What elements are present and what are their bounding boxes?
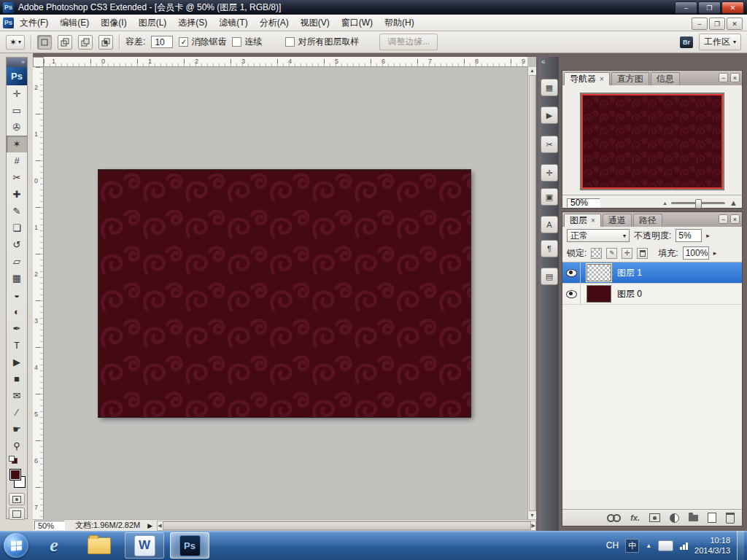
quick-mask-button[interactable] [9, 493, 25, 505]
notes-tool[interactable]: ✉ [7, 387, 27, 404]
anti-alias-option[interactable]: ✓ 消除锯齿 [179, 36, 226, 48]
clock[interactable]: 10:18 2014/3/13 [694, 535, 730, 556]
panel-minimize-icon[interactable]: − [719, 73, 728, 82]
visibility-toggle[interactable] [562, 284, 581, 304]
lock-transparency-icon[interactable] [591, 248, 602, 259]
menu-image[interactable]: 图像(I) [95, 15, 132, 31]
scroll-down-icon[interactable]: ▼ [530, 512, 535, 519]
sample-all-layers-checkbox[interactable] [285, 37, 295, 47]
sample-all-layers-option[interactable]: 对所有图层取样 [285, 36, 359, 48]
magic-wand-tool[interactable]: ✶ [7, 136, 27, 152]
layer-thumbnail[interactable] [587, 264, 611, 281]
tab-histogram[interactable]: 直方图 [611, 72, 649, 85]
menu-select[interactable]: 选择(S) [172, 15, 213, 31]
layer-thumbnail[interactable] [587, 285, 611, 303]
rectangular-marquee-tool[interactable]: ▭ [7, 102, 27, 119]
scroll-right-icon[interactable]: ▶ [532, 522, 535, 529]
blend-mode-select[interactable]: 正常 ▾ [567, 229, 630, 242]
horizontal-scrollbar[interactable]: ◀ ▶ [157, 521, 536, 531]
lasso-tool[interactable]: ✇ [7, 119, 27, 136]
keyboard-icon[interactable] [658, 540, 673, 551]
layer-name[interactable]: 图层 1 [617, 267, 642, 279]
show-desktop-button[interactable] [737, 531, 744, 560]
link-layers-icon[interactable] [607, 514, 621, 522]
blur-tool[interactable]: ◒ [7, 287, 27, 303]
crop-tool[interactable]: # [7, 152, 27, 169]
panel-minimize-icon[interactable]: − [719, 214, 728, 224]
path-selection-tool[interactable]: ▶ [7, 354, 27, 370]
slider-thumb[interactable] [695, 199, 702, 209]
menu-file[interactable]: 文件(F) [14, 15, 54, 31]
foreground-color-swatch[interactable] [9, 469, 21, 481]
layer-row-layer0[interactable]: 图层 0 [562, 284, 742, 305]
lock-all-icon[interactable] [637, 248, 648, 259]
hand-tool[interactable]: ☛ [7, 421, 27, 438]
workspace-button[interactable]: 工作区 ▾ [699, 34, 741, 50]
new-group-icon[interactable] [689, 515, 698, 521]
panel-close-icon[interactable]: × [730, 214, 740, 224]
lock-position-icon[interactable]: ✛ [622, 248, 632, 259]
fill-field[interactable]: 100% [683, 246, 709, 260]
history-brush-tool[interactable]: ↺ [7, 236, 27, 253]
fill-slider-icon[interactable]: ▸ [713, 249, 717, 257]
canvas[interactable] [44, 67, 527, 519]
tab-info[interactable]: 信息 [651, 72, 680, 85]
menu-view[interactable]: 视图(V) [295, 15, 336, 31]
start-button[interactable] [4, 533, 28, 558]
language-indicator[interactable]: CH [606, 540, 619, 551]
clone-stamp-tool[interactable]: ❏ [7, 219, 27, 236]
tool-preset-picker[interactable]: ✶ ▾ [6, 35, 25, 50]
opacity-slider-icon[interactable]: ▸ [706, 232, 710, 239]
close-icon[interactable]: × [591, 217, 595, 225]
paragraph-panel-icon[interactable]: ¶ [541, 240, 558, 257]
zoom-in-icon[interactable]: ▲ [729, 198, 738, 207]
zoom-field[interactable]: 50% [34, 521, 65, 530]
healing-brush-tool[interactable]: ✚ [7, 186, 27, 203]
default-colors-icon[interactable] [9, 456, 27, 463]
scroll-left-icon[interactable]: ◀ [158, 522, 161, 529]
navigator-zoom-slider[interactable] [671, 202, 726, 204]
close-icon[interactable]: × [600, 75, 604, 83]
swatches-panel-icon[interactable]: ▦ [541, 79, 558, 96]
actions-panel-icon[interactable]: ▶ [541, 106, 558, 124]
refine-edge-button[interactable]: 调整边缘... [379, 34, 438, 50]
layer-name[interactable]: 图层 0 [617, 288, 642, 300]
subtract-from-selection-button[interactable] [78, 35, 93, 50]
delete-layer-icon[interactable] [726, 513, 735, 524]
lock-pixels-icon[interactable]: ✎ [606, 248, 617, 259]
shape-tool[interactable]: ■ [7, 370, 27, 387]
dock-expand-button[interactable]: « [538, 57, 559, 67]
menu-analysis[interactable]: 分析(A) [254, 15, 295, 31]
layer-style-icon[interactable]: fx. [630, 513, 640, 522]
layer-row-layer1[interactable]: 图层 1 [562, 262, 742, 284]
tool-presets-panel-icon[interactable]: ✛ [541, 164, 558, 182]
contiguous-checkbox[interactable] [232, 37, 241, 47]
navigator-preview[interactable] [580, 93, 724, 190]
menu-edit[interactable]: 编辑(E) [54, 15, 95, 31]
doc-close-button[interactable]: ✕ [727, 18, 743, 30]
document-image[interactable] [98, 170, 471, 417]
tolerance-input[interactable]: 10 [151, 36, 173, 48]
menu-help[interactable]: 帮助(H) [379, 15, 420, 31]
brush-tool[interactable]: ✎ [7, 203, 27, 219]
add-layer-mask-icon[interactable] [649, 513, 660, 522]
taskbar-photoshop-button[interactable]: Ps [170, 532, 209, 559]
taskbar-word-button[interactable]: W [125, 532, 164, 559]
eyedropper-tool[interactable]: ∕ [7, 404, 27, 421]
network-icon[interactable] [680, 541, 688, 550]
screen-mode-button[interactable] [9, 508, 25, 520]
pen-tool[interactable]: ✒ [7, 320, 27, 337]
tab-navigator[interactable]: 导航器 × [564, 72, 610, 85]
tab-channels[interactable]: 通道 [603, 214, 632, 227]
panel-close-icon[interactable]: × [730, 73, 740, 82]
vertical-scrollbar[interactable]: ▲ ▼ [527, 67, 536, 519]
tab-layers[interactable]: 图层 × [564, 214, 601, 227]
bridge-icon[interactable]: Br [680, 36, 693, 48]
visibility-toggle[interactable] [562, 262, 581, 283]
new-layer-icon[interactable] [708, 513, 716, 523]
taskbar-ie-button[interactable]: e [34, 532, 74, 559]
toolbar-collapse-button[interactable]: » [7, 58, 27, 67]
navigator-zoom-field[interactable]: 50% [567, 198, 600, 208]
menu-filter[interactable]: 滤镜(T) [213, 15, 253, 31]
layer-comps-panel-icon[interactable]: ▤ [541, 268, 558, 285]
